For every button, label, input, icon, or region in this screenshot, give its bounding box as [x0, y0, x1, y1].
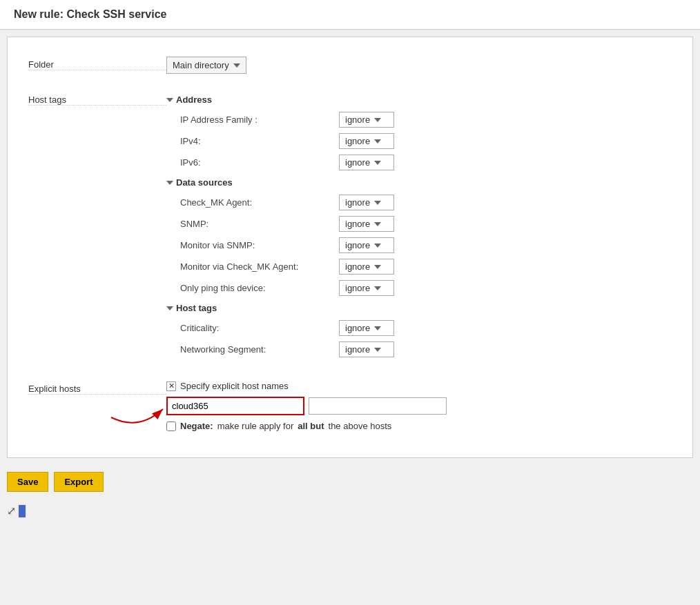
- explicit-hosts-field: ✕ Specify explicit host names: [166, 381, 672, 431]
- snmp-select[interactable]: ignore: [339, 216, 394, 232]
- all-but-text: all but: [298, 421, 324, 431]
- folder-value: Main directory: [173, 60, 229, 70]
- criticality-row: Criticality: ignore: [180, 320, 672, 336]
- ip-family-label: IP Address Family :: [180, 115, 332, 125]
- host-tags-section-content: Criticality: ignore Networking Segment: …: [166, 320, 672, 357]
- data-sources-title: Data sources: [176, 177, 233, 188]
- export-button[interactable]: Export: [54, 472, 103, 492]
- only-ping-select[interactable]: ignore: [339, 280, 394, 296]
- networking-segment-select[interactable]: ignore: [339, 341, 394, 357]
- specify-hosts-checkbox-row: ✕ Specify explicit host names: [166, 381, 672, 391]
- snmp-value: ignore: [345, 219, 370, 229]
- folder-dropdown-icon: [233, 63, 240, 68]
- snmp-label: SNMP:: [180, 219, 332, 229]
- networking-segment-value: ignore: [345, 344, 370, 355]
- ipv6-label: IPv6:: [180, 157, 332, 168]
- monitor-checkmk-dropdown-icon: [374, 265, 381, 269]
- only-ping-value: ignore: [345, 283, 370, 293]
- bottom-icons: ⤢: [0, 499, 700, 523]
- checkmk-agent-dropdown-icon: [374, 201, 381, 205]
- ip-family-value: ignore: [345, 115, 370, 125]
- ipv4-row: IPv4: ignore: [180, 133, 672, 149]
- snmp-row: SNMP: ignore: [180, 216, 672, 232]
- negate-description: make rule apply for: [217, 421, 294, 431]
- monitor-snmp-value: ignore: [345, 240, 370, 250]
- ipv4-value: ignore: [345, 136, 370, 146]
- ip-family-dropdown-icon: [374, 118, 381, 122]
- monitor-snmp-dropdown-icon: [374, 244, 381, 248]
- folder-row: Folder Main directory: [28, 51, 672, 79]
- negate-label: Negate:: [180, 421, 213, 431]
- negate-suffix: the above hosts: [329, 421, 392, 431]
- host-input-1[interactable]: [166, 397, 304, 415]
- monitor-checkmk-row: Monitor via Check_MK Agent: ignore: [180, 259, 672, 275]
- explicit-hosts-label: Explicit hosts: [28, 381, 166, 395]
- only-ping-row: Only ping this device: ignore: [180, 280, 672, 296]
- snmp-dropdown-icon: [374, 222, 381, 226]
- host-inputs: [166, 397, 672, 415]
- explicit-hosts-row: Explicit hosts ✕ Specify explicit host n…: [28, 375, 672, 437]
- ipv4-dropdown-icon: [374, 139, 381, 143]
- negate-row: Negate: make rule apply for all but the …: [166, 421, 672, 431]
- networking-segment-row: Networking Segment: ignore: [180, 341, 672, 357]
- ipv6-select[interactable]: ignore: [339, 155, 394, 170]
- folder-label: Folder: [28, 57, 166, 70]
- ipv6-dropdown-icon: [374, 161, 381, 165]
- host-tags-label: Host tags: [28, 92, 166, 106]
- host-tags-subsection-header: Host tags: [166, 303, 672, 313]
- folder-select[interactable]: Main directory: [166, 57, 246, 74]
- host-tags-row: Host tags Address IP Address Family : ig…: [28, 86, 672, 368]
- criticality-dropdown-icon: [374, 326, 381, 330]
- address-collapse-icon[interactable]: [166, 98, 173, 102]
- host-tags-subtitle: Host tags: [176, 303, 217, 313]
- ipv4-select[interactable]: ignore: [339, 133, 394, 149]
- ipv6-value: ignore: [345, 157, 370, 168]
- networking-segment-dropdown-icon: [374, 348, 381, 352]
- host-input-2[interactable]: [309, 397, 447, 415]
- red-arrow-indicator: [104, 397, 166, 424]
- data-sources-section-content: Check_MK Agent: ignore SNMP: ignore Moni…: [166, 195, 672, 296]
- save-button[interactable]: Save: [7, 472, 48, 492]
- only-ping-dropdown-icon: [374, 286, 381, 290]
- footer-buttons: Save Export: [0, 465, 700, 499]
- address-title: Address: [176, 95, 212, 105]
- ipv4-label: IPv4:: [180, 136, 332, 146]
- specify-hosts-label: Specify explicit host names: [180, 381, 289, 391]
- ip-family-select[interactable]: ignore: [339, 112, 394, 128]
- specify-hosts-checkbox[interactable]: ✕: [166, 381, 176, 391]
- data-sources-collapse-icon[interactable]: [166, 181, 173, 185]
- folder-field: Main directory: [166, 57, 672, 74]
- criticality-label: Criticality:: [180, 323, 332, 333]
- monitor-checkmk-value: ignore: [345, 261, 370, 272]
- page-title: New rule: Check SSH service: [0, 0, 700, 30]
- ipv6-row: IPv6: ignore: [180, 155, 672, 170]
- only-ping-label: Only ping this device:: [180, 283, 332, 293]
- checkmk-agent-label: Check_MK Agent:: [180, 197, 332, 208]
- monitor-checkmk-label: Monitor via Check_MK Agent:: [180, 261, 332, 272]
- criticality-value: ignore: [345, 323, 370, 333]
- expand-icon[interactable]: ⤢: [7, 504, 16, 517]
- host-inputs-wrapper: [166, 397, 672, 415]
- data-sources-section-header: Data sources: [166, 177, 672, 188]
- address-section-content: IP Address Family : ignore IPv4: ignore …: [166, 112, 672, 170]
- blue-rect-icon: [19, 505, 26, 517]
- checkmk-agent-select[interactable]: ignore: [339, 195, 394, 210]
- host-tags-collapse-icon[interactable]: [166, 306, 173, 310]
- form-content: Folder Main directory Host tags Address …: [7, 37, 693, 458]
- checkmk-agent-row: Check_MK Agent: ignore: [180, 195, 672, 210]
- negate-checkbox[interactable]: [166, 421, 176, 431]
- address-section-header: Address: [166, 95, 672, 105]
- monitor-snmp-label: Monitor via SNMP:: [180, 240, 332, 250]
- checkmk-agent-value: ignore: [345, 197, 370, 208]
- monitor-checkmk-select[interactable]: ignore: [339, 259, 394, 275]
- monitor-snmp-select[interactable]: ignore: [339, 237, 394, 253]
- host-tags-field: Address IP Address Family : ignore IPv4:…: [166, 92, 672, 363]
- criticality-select[interactable]: ignore: [339, 320, 394, 336]
- ip-family-row: IP Address Family : ignore: [180, 112, 672, 128]
- monitor-snmp-row: Monitor via SNMP: ignore: [180, 237, 672, 253]
- networking-segment-label: Networking Segment:: [180, 344, 332, 355]
